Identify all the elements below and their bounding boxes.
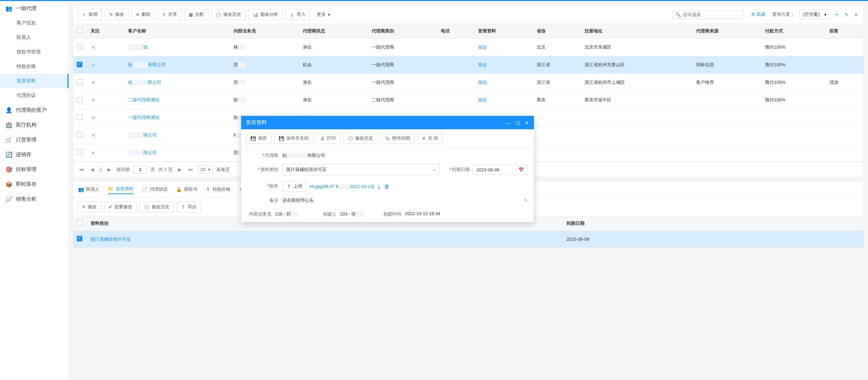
scheme-select[interactable]: (空方案)▾ xyxy=(799,10,830,19)
row-checkbox[interactable] xyxy=(77,150,82,155)
table-row[interactable]: ★杭████有限公司郑██机会一级代理商发起浙江省浙江省杭州市萧山区招标信息预付… xyxy=(73,56,864,74)
row-checkbox[interactable] xyxy=(77,114,82,120)
sidebar-item[interactable]: 授权书管理 xyxy=(0,45,69,59)
customer-name-cell[interactable]: 杭████限公司 xyxy=(125,74,230,91)
menu-icon: 🛒 xyxy=(6,137,12,143)
material-type-link[interactable]: 医疗器械经营许可证 xyxy=(91,237,131,242)
sidebar-item[interactable]: 📦即时库存 xyxy=(0,177,69,192)
attachment-link[interactable]: hh.jpg(68.47 K███2022-10-13] xyxy=(310,184,374,189)
customer-name-cell[interactable]: 二级代理商测试 xyxy=(125,91,230,109)
detail-tab[interactable]: 👥联系人 xyxy=(78,185,100,194)
pager-size-select[interactable]: 20▾ xyxy=(198,166,213,173)
share-button[interactable]: ⇪共享 xyxy=(158,9,182,20)
checkbox-all[interactable] xyxy=(77,28,82,33)
star-icon[interactable]: ★ xyxy=(91,97,96,103)
sidebar-group-agent[interactable]: 👥 一级代理 xyxy=(0,1,69,16)
star-icon[interactable]: ★ xyxy=(91,132,96,139)
type-select[interactable]: 医疗器械经营许可证▾ xyxy=(282,164,440,175)
modal-saveclose-button[interactable]: 💾保存并关闭 xyxy=(274,133,313,144)
detail-history-button[interactable]: 🕘修改历史 xyxy=(140,201,174,212)
star-icon[interactable]: ★ xyxy=(91,149,96,156)
sidebar-item[interactable]: 🛒订货管理 xyxy=(0,132,69,147)
detail-tab[interactable]: ＄特批价格 xyxy=(206,185,230,194)
sidebar-item[interactable]: 客户信息 xyxy=(0,16,69,30)
table-row[interactable]: ★杭████限公司郑██潜在一级代理商发起浙江省浙江省杭州市上城区客户推荐预付1… xyxy=(73,74,864,91)
detail-tab[interactable]: 📁首营资料 xyxy=(108,184,134,194)
customer-name-cell[interactable]: ████限公司 xyxy=(125,127,230,144)
history-button[interactable]: 🕘修改历史 xyxy=(211,9,246,20)
table-row[interactable]: ★████技林██潜在一级代理商发起北京北京市东城区预付100% xyxy=(73,39,864,56)
chart-button[interactable]: 📊图表分析 xyxy=(248,9,283,20)
row-checkbox[interactable] xyxy=(77,132,82,138)
menu-icon: 🔄 xyxy=(6,151,12,158)
star-icon[interactable]: ★ xyxy=(91,79,96,86)
row-checkbox[interactable] xyxy=(77,236,82,241)
modal-history-button[interactable]: 🕘修改历史 xyxy=(343,133,378,144)
row-checkbox[interactable] xyxy=(77,44,82,50)
scheme-edit-icon[interactable]: ✎ xyxy=(843,11,850,18)
firstmat-link[interactable]: 发起 xyxy=(478,80,487,85)
add-button[interactable]: ＋新增 xyxy=(78,9,102,20)
upload-button[interactable]: ⭱上传 xyxy=(282,181,307,192)
detail-edit-button[interactable]: ✎修改 xyxy=(78,201,101,212)
modal-attach-button[interactable]: 📎附件归档 xyxy=(380,133,415,144)
sidebar-item[interactable]: 🔄进销存 xyxy=(0,147,69,162)
sidebar-item[interactable]: 🏥医疗机构 xyxy=(0,118,69,132)
search-input-wrap[interactable]: 🔍 xyxy=(672,10,744,19)
row-checkbox[interactable] xyxy=(77,97,82,102)
maximize-icon[interactable]: ◻ xyxy=(516,120,520,126)
modal-print-button[interactable]: 🖨打印 xyxy=(316,133,340,144)
detail-export-button[interactable]: ⭱导出 xyxy=(177,201,201,212)
minimize-icon[interactable]: — xyxy=(506,120,511,126)
pager-next2[interactable]: ▶ xyxy=(176,166,184,173)
customer-name-cell[interactable]: 一级代理商测试 xyxy=(125,109,230,127)
modal-header[interactable]: 首营资料 — ◻ ✕ xyxy=(241,116,534,129)
sidebar-item[interactable]: 👤代理商的客户 xyxy=(0,103,69,118)
row-checkbox[interactable] xyxy=(77,62,82,67)
clock-icon: 🕘 xyxy=(144,204,149,210)
scheme-delete-icon[interactable]: ✕ xyxy=(852,11,859,18)
more-button[interactable]: 更多▾ xyxy=(313,9,334,20)
firstmat-link[interactable]: 发起 xyxy=(478,97,487,102)
due-date-input[interactable]: 2023-06-09📅 xyxy=(473,165,528,175)
detail-checkbox-all[interactable] xyxy=(77,220,82,226)
star-icon[interactable]: ★ xyxy=(91,114,96,121)
detail-tab[interactable]: 📄代理协议 xyxy=(142,185,168,194)
delete-button[interactable]: ✕删除 xyxy=(131,9,155,20)
detail-batch-button[interactable]: ✐批量修改 xyxy=(104,201,137,212)
pager-last[interactable]: ⏭ xyxy=(187,166,195,173)
detail-tab[interactable]: 🔒授权书 xyxy=(176,185,197,194)
customer-name-cell[interactable]: 杭████有限公司 xyxy=(125,56,230,74)
pager-goto-input[interactable] xyxy=(133,166,147,173)
edit-button[interactable]: ✎修改 xyxy=(105,9,128,20)
table-row[interactable]: ★二级代理商测试陈██潜在二级代理商发起重庆重庆市渝中区预付100% xyxy=(73,91,864,109)
advanced-filter-link[interactable]: ⚗高级 xyxy=(751,11,765,18)
sidebar-item[interactable]: 🎯目标管理 xyxy=(0,162,69,177)
sidebar-item[interactable]: 首营资料 xyxy=(0,74,69,88)
scheme-add-icon[interactable]: ＋ xyxy=(833,11,840,18)
edit-remark-icon[interactable]: ✎ xyxy=(524,198,528,203)
star-icon[interactable]: ★ xyxy=(91,44,96,51)
modal-close-button[interactable]: ✕关 闭 xyxy=(417,133,443,144)
pager-prev[interactable]: ◀ xyxy=(89,166,96,173)
row-checkbox[interactable] xyxy=(77,79,82,85)
firstmat-link[interactable]: 发起 xyxy=(478,62,487,67)
customer-name-cell[interactable]: ████限公司 xyxy=(125,144,230,162)
firstmat-link[interactable]: 发起 xyxy=(478,44,487,50)
table-row[interactable]: 医疗器械经营许可证2023-06-09 xyxy=(73,231,864,248)
import-button[interactable]: ⭳导入 xyxy=(286,9,310,20)
pager-next[interactable]: ▶ xyxy=(105,166,113,173)
sidebar-item[interactable]: 特批价格 xyxy=(0,59,69,74)
trash-icon[interactable]: 🗑 xyxy=(384,183,390,189)
star-icon[interactable]: ★ xyxy=(91,61,96,68)
sidebar-item[interactable]: 代理协议 xyxy=(0,88,69,103)
download-icon[interactable]: ⭳ xyxy=(376,183,382,189)
modal-save-button[interactable]: 💾保存 xyxy=(246,133,271,144)
sidebar-item[interactable]: 联系人 xyxy=(0,30,69,45)
assign-button[interactable]: ▦分配 xyxy=(184,9,208,20)
search-input[interactable] xyxy=(683,12,741,17)
pager-first[interactable]: ⏮ xyxy=(78,166,85,173)
close-icon[interactable]: ✕ xyxy=(525,120,529,126)
sidebar-item[interactable]: 📈销售分析 xyxy=(0,192,69,207)
customer-name-cell[interactable]: ████技 xyxy=(125,39,230,56)
